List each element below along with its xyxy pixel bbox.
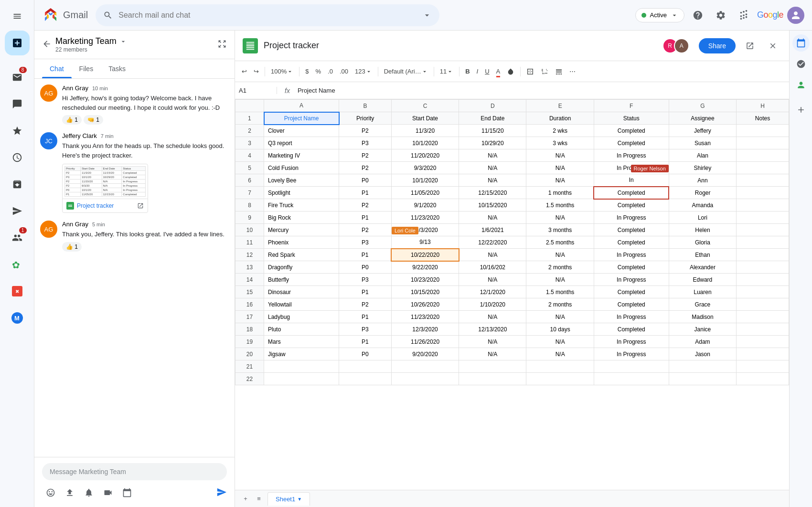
cell-b19[interactable]: P1 [339, 336, 392, 348]
menu-button[interactable] [5, 4, 30, 29]
cell-c17[interactable]: 11/23/2020 [391, 311, 459, 323]
cell-b10[interactable]: P2 [339, 224, 392, 236]
cell-f13[interactable]: Completed [594, 261, 669, 274]
cell-f14[interactable]: In Progress [594, 274, 669, 286]
cell-g20[interactable]: Jason [669, 348, 736, 360]
add-sidebar-button[interactable] [792, 101, 810, 118]
cell-e17[interactable]: N/A [526, 311, 594, 323]
send-button[interactable] [216, 487, 227, 499]
settings-button[interactable] [711, 6, 730, 25]
cell-c8[interactable]: 9/1/2020 [391, 199, 459, 211]
cell-d17[interactable]: N/A [459, 311, 526, 323]
archive-nav-item[interactable] [5, 172, 30, 197]
cell-h17[interactable] [737, 311, 789, 323]
cell-h13[interactable] [737, 261, 789, 274]
cell-c1[interactable]: Start Date [391, 112, 459, 125]
col-header-g[interactable]: G [669, 100, 736, 112]
col-header-h[interactable]: H [737, 100, 789, 112]
search-input[interactable] [118, 11, 417, 20]
chat-nav-item[interactable] [5, 92, 30, 116]
cell-a20[interactable]: Jigsaw [264, 348, 339, 360]
font-color-button[interactable]: A [493, 64, 503, 79]
m-nav-item[interactable]: M [5, 306, 30, 330]
col-header-d[interactable]: D [459, 100, 526, 112]
cell-g1[interactable]: Assignee [669, 112, 736, 125]
cell-b4[interactable]: P2 [339, 149, 392, 162]
cell-h14[interactable] [737, 274, 789, 286]
cell-f17[interactable]: In Progress [594, 311, 669, 323]
cell-g8[interactable]: Amanda [669, 199, 736, 211]
cell-h20[interactable] [737, 348, 789, 360]
cell-f11[interactable]: Completed [594, 236, 669, 249]
bold-button[interactable]: B [462, 64, 472, 79]
cell-e20[interactable]: N/A [526, 348, 594, 360]
cell-e1[interactable]: Duration [526, 112, 594, 125]
cell-f4[interactable]: In Progress [594, 149, 669, 162]
cell-d21[interactable] [459, 360, 526, 373]
cell-e5[interactable]: N/A [526, 162, 594, 174]
col-header-a[interactable]: A [264, 100, 339, 112]
cell-g7[interactable]: Roger [669, 187, 736, 199]
cell-a12[interactable]: Red Spark [264, 249, 339, 261]
cell-e21[interactable] [526, 360, 594, 373]
external-link-icon[interactable] [137, 202, 144, 209]
search-bar[interactable] [96, 4, 439, 26]
cell-b2[interactable]: P2 [339, 125, 392, 137]
cell-f3[interactable]: Completed [594, 137, 669, 149]
cell-h3[interactable] [737, 137, 789, 149]
cell-d18[interactable]: 12/13/2020 [459, 323, 526, 336]
cell-h21[interactable] [737, 360, 789, 373]
cell-f20[interactable]: In Progress [594, 348, 669, 360]
cell-b20[interactable]: P0 [339, 348, 392, 360]
back-button[interactable] [42, 39, 52, 50]
cell-d12[interactable]: N/A [459, 249, 526, 261]
zoom-select[interactable]: 100% [268, 64, 296, 79]
alert-button[interactable] [80, 484, 97, 501]
cell-c14[interactable]: 10/23/2020 [391, 274, 459, 286]
cell-g10[interactable]: Helen [669, 224, 736, 236]
cell-f19[interactable]: In Progress [594, 336, 669, 348]
cell-c4[interactable]: 11/20/2020 [391, 149, 459, 162]
cell-b6[interactable]: P0 [339, 174, 392, 187]
close-sheet-button[interactable] [764, 37, 781, 54]
cell-d16[interactable]: 1/10/2020 [459, 298, 526, 311]
cell-e16[interactable]: 2 months [526, 298, 594, 311]
share-button[interactable]: Share [699, 38, 736, 53]
cell-g5[interactable]: Shirley [669, 162, 736, 174]
cell-c6[interactable]: 10/1/2020 [391, 174, 459, 187]
cell-b18[interactable]: P3 [339, 323, 392, 336]
font-size-select[interactable]: 11 [437, 64, 456, 79]
cell-d19[interactable]: N/A [459, 336, 526, 348]
cell-f9[interactable]: In Progress [594, 211, 669, 224]
reaction-thumbs-up[interactable]: 👍 1 [62, 115, 82, 125]
cell-g14[interactable]: Edward [669, 274, 736, 286]
cell-h10[interactable] [737, 224, 789, 236]
cell-e4[interactable]: N/A [526, 149, 594, 162]
cell-a11[interactable]: Phoenix [264, 236, 339, 249]
cell-d7[interactable]: 12/15/2020 [459, 187, 526, 199]
cell-h11[interactable] [737, 236, 789, 249]
cell-h7[interactable] [737, 187, 789, 199]
compose-button[interactable] [5, 31, 30, 55]
cell-b1[interactable]: Priority [339, 112, 392, 125]
tab-files[interactable]: Files [72, 59, 101, 78]
cell-e13[interactable]: 2 months [526, 261, 594, 274]
cell-e8[interactable]: 1.5 months [526, 199, 594, 211]
minimize-button[interactable] [217, 39, 227, 50]
cell-h18[interactable] [737, 323, 789, 336]
formula-input[interactable]: Project Name [298, 87, 785, 94]
cell-g3[interactable]: Susan [669, 137, 736, 149]
cell-h6[interactable] [737, 174, 789, 187]
cell-c9[interactable]: 11/23/2020 [391, 211, 459, 224]
format-number-button[interactable]: 123 [352, 64, 375, 79]
cell-b14[interactable]: P3 [339, 274, 392, 286]
cell-d22[interactable] [459, 373, 526, 385]
decimal-increase-button[interactable]: .00 [337, 64, 351, 79]
send-nav-item[interactable] [5, 199, 30, 223]
cell-a8[interactable]: Fire Truck [264, 199, 339, 211]
cell-a3[interactable]: Q3 report [264, 137, 339, 149]
cell-d14[interactable]: N/A [459, 274, 526, 286]
spreadsheet-container[interactable]: A B C D E F G H 1 [235, 99, 789, 490]
cell-e7[interactable]: 1 months [526, 187, 594, 199]
cell-c11[interactable]: 9/13Lori Cole [391, 236, 459, 249]
